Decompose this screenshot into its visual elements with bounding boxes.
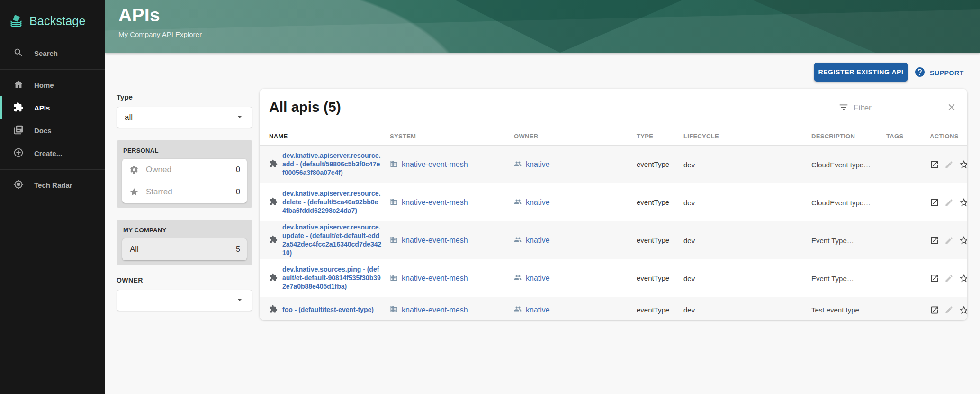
sidebar-item-apis[interactable]: APIs — [0, 96, 105, 119]
system-building-icon — [390, 160, 398, 170]
star-outline-icon[interactable] — [959, 159, 967, 170]
system-link[interactable]: knative-event-mesh — [402, 198, 468, 207]
sidebar-item-home[interactable]: Home — [0, 73, 105, 96]
description-value: Event Type… — [811, 237, 886, 245]
owner-link[interactable]: knative — [526, 236, 550, 245]
owner-link[interactable]: knative — [526, 198, 550, 207]
support-button[interactable]: SUPPORT — [914, 66, 964, 79]
api-name-link[interactable]: foo - (default/test-event-type) — [282, 306, 382, 314]
all-filter-label: All — [130, 245, 236, 254]
table-filter-input[interactable]: Filter — [838, 102, 957, 119]
sidebar-item-label: Search — [34, 49, 58, 57]
star-outline-icon[interactable] — [959, 197, 967, 208]
home-icon — [13, 79, 24, 91]
sidebar-item-label: Tech Radar — [34, 181, 72, 189]
edit-pencil-icon[interactable] — [944, 305, 953, 314]
system-link[interactable]: knative-event-mesh — [402, 274, 468, 283]
table-row: dev.knative.apiserver.resource.add - (de… — [260, 146, 967, 183]
search-icon — [13, 47, 24, 59]
open-in-new-icon[interactable] — [930, 160, 939, 169]
lifecycle-value: dev — [683, 306, 811, 314]
system-link[interactable]: knative-event-mesh — [402, 236, 468, 245]
backstage-logo-icon — [9, 12, 24, 29]
type-value: eventType — [637, 274, 671, 283]
description-value: CloudEvent type… — [811, 199, 886, 207]
table-row: foo - (default/test-event-type) knative-… — [260, 297, 967, 320]
page-title: APIs — [118, 5, 160, 26]
type-filter-value: all — [125, 113, 234, 122]
owner-filter-select[interactable] — [117, 290, 252, 311]
filter-item-starred[interactable]: Starred 0 — [122, 181, 247, 203]
open-in-new-icon[interactable] — [930, 305, 939, 315]
personal-section-title: PERSONAL — [123, 147, 247, 154]
type-filter-label: Type — [117, 93, 252, 101]
sidebar-item-label: Home — [34, 81, 54, 89]
clear-filter-icon[interactable] — [946, 102, 957, 114]
backstage-logo[interactable]: Backstage — [0, 0, 105, 33]
system-building-icon — [390, 198, 398, 208]
edit-pencil-icon[interactable] — [944, 160, 953, 169]
api-puzzle-icon — [269, 159, 278, 170]
edit-pencil-icon[interactable] — [944, 236, 953, 245]
api-name-link[interactable]: dev.knative.apiserver.resource.add - (de… — [282, 152, 382, 177]
sidebar-item-create[interactable]: Create... — [0, 142, 105, 165]
column-header-type[interactable]: TYPE — [637, 133, 683, 140]
sidebar-item-search[interactable]: Search — [0, 42, 105, 64]
owned-count: 0 — [236, 165, 240, 174]
company-section-title: MY COMPANY — [123, 227, 247, 234]
star-outline-icon[interactable] — [959, 235, 967, 246]
filter-item-all[interactable]: All 5 — [122, 238, 247, 260]
type-filter-select[interactable]: all — [117, 107, 252, 128]
lifecycle-value: dev — [683, 199, 811, 207]
sidebar-item-docs[interactable]: Docs — [0, 119, 105, 142]
owner-link[interactable]: knative — [526, 306, 550, 314]
open-in-new-icon[interactable] — [930, 274, 939, 283]
system-link[interactable]: knative-event-mesh — [402, 160, 468, 169]
system-building-icon — [390, 236, 398, 246]
filter-item-owned[interactable]: Owned 0 — [122, 159, 247, 181]
help-icon — [914, 66, 926, 79]
open-in-new-icon[interactable] — [930, 198, 939, 207]
description-value: Test event type — [811, 306, 886, 314]
owner-link[interactable]: knative — [526, 160, 550, 169]
owner-group-icon — [514, 198, 522, 208]
owner-group-icon — [514, 236, 522, 246]
api-puzzle-icon — [269, 197, 278, 208]
sidebar-item-label: Create... — [34, 149, 62, 157]
api-name-link[interactable]: dev.knative.sources.ping - (default/et-d… — [282, 266, 382, 291]
api-name-link[interactable]: dev.knative.apiserver.resource.delete - … — [282, 190, 382, 215]
create-icon — [13, 147, 24, 159]
sidebar-item-label: Docs — [34, 127, 52, 135]
backstage-api-explorer-page: Backstage Search Home APIs — [0, 0, 980, 394]
table-row: dev.knative.apiserver.resource.delete - … — [260, 183, 967, 221]
system-building-icon — [390, 274, 398, 284]
api-name-link[interactable]: dev.knative.apiserver.resource.update - … — [282, 223, 382, 257]
register-existing-api-button[interactable]: REGISTER EXISTING API — [814, 63, 908, 82]
column-header-name[interactable]: NAME — [269, 133, 390, 140]
api-puzzle-icon — [269, 235, 278, 246]
star-outline-icon[interactable] — [959, 305, 967, 315]
table-header-row: NAME SYSTEM OWNER TYPE LIFECYCLE DESCRIP… — [260, 127, 967, 146]
starred-count: 0 — [236, 188, 240, 196]
owner-group-icon — [514, 305, 522, 315]
table-row: dev.knative.apiserver.resource.update - … — [260, 221, 967, 259]
column-header-system[interactable]: SYSTEM — [390, 133, 514, 140]
sidebar-divider — [0, 169, 105, 170]
star-outline-icon[interactable] — [959, 273, 967, 284]
column-header-description[interactable]: DESCRIPTION — [811, 133, 886, 140]
lifecycle-value: dev — [683, 237, 811, 245]
page-subtitle: My Company API Explorer — [118, 30, 202, 38]
system-link[interactable]: knative-event-mesh — [402, 306, 468, 314]
type-value: eventType — [637, 305, 671, 315]
table-title: All apis (5) — [269, 99, 341, 115]
chevron-down-icon — [234, 111, 245, 124]
column-header-owner[interactable]: OWNER — [514, 133, 637, 140]
column-header-tags[interactable]: TAGS — [886, 133, 930, 140]
sidebar-item-tech-radar[interactable]: Tech Radar — [0, 174, 105, 196]
open-in-new-icon[interactable] — [930, 236, 939, 245]
edit-pencil-icon[interactable] — [944, 198, 953, 207]
edit-pencil-icon[interactable] — [944, 274, 953, 283]
column-header-lifecycle[interactable]: LIFECYCLE — [683, 133, 811, 140]
sidebar-item-label: APIs — [34, 104, 50, 112]
owner-link[interactable]: knative — [526, 274, 550, 283]
